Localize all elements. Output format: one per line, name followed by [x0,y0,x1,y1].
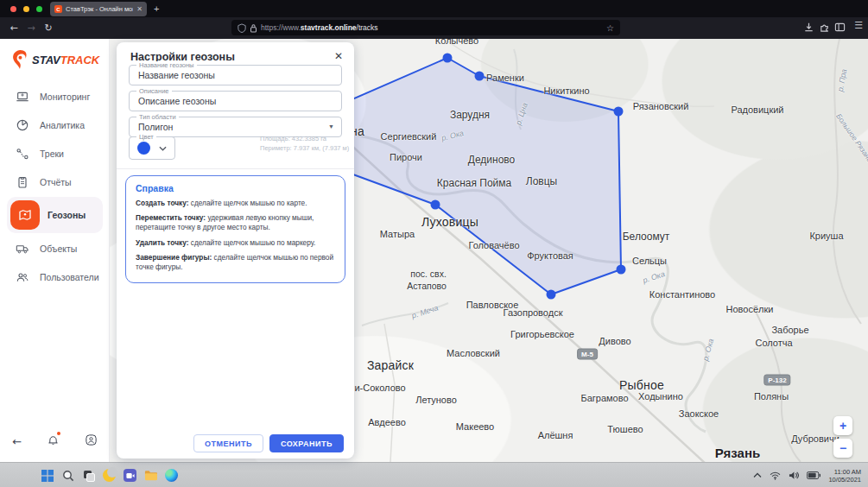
file-explorer-icon[interactable] [143,468,158,483]
tab-close-icon[interactable]: ✕ [136,5,143,13]
notification-dot [57,432,60,435]
map-zoom-controls: + − [833,416,852,458]
sidebar-item-label: Отчёты [40,177,72,187]
shield-icon[interactable] [238,23,246,33]
edge-browser-icon[interactable] [164,468,179,483]
geozone-description-field[interactable]: Описание Описание геозоны [129,91,342,111]
sidebar-item-users[interactable]: Пользователи [0,262,110,291]
extensions-puzzle-icon[interactable] [819,21,830,36]
lock-icon[interactable] [250,23,257,33]
window-zoom-button[interactable] [36,6,42,12]
polygon-vertex-handle[interactable] [547,290,556,300]
logo-pin-icon [10,49,29,70]
sidebar-item-label: Пользователи [40,272,99,282]
polygon-vertex-handle[interactable] [443,54,453,63]
road-r132-path [753,307,801,462]
polygon-vertex-handle[interactable] [431,200,440,210]
sidebar-item-analytics[interactable]: Аналитика [0,111,110,139]
route-icon [16,147,29,161]
browser-tab-bar: С СтавТрэк - Онлайн мониторин ✕ + [0,0,868,17]
sidebar-item-objects[interactable]: Объекты [0,234,110,262]
screen: С СтавТрэк - Онлайн мониторин ✕ + ← → ↻ … [0,0,868,487]
zoom-in-button[interactable]: + [833,416,852,435]
windows-taskbar: 11:00 AM 10/05/2021 [0,462,868,487]
road-path [384,324,395,462]
clock-time: 11:00 AM [828,468,861,476]
app-sidebar: STAVTRACK Мониторинг Аналитика Треки Отч… [0,39,110,462]
geozone-map-icon [10,200,40,230]
geozone-metrics: Площадь: 432.3385 га Периметр: 7.937 км,… [260,134,349,153]
truck-icon [16,242,29,256]
url-scheme: https://www. [261,23,301,32]
active-item-pill: Геозоны [7,197,103,233]
battery-icon[interactable] [807,471,820,479]
tab-title: СтавТрэк - Онлайн мониторин [66,5,133,13]
polygon-vertex-handle[interactable] [614,107,624,117]
zoom-out-button[interactable]: − [833,439,852,458]
chat-app-icon[interactable] [123,468,137,483]
color-swatch [137,142,150,155]
download-icon[interactable] [803,21,814,36]
divider [117,168,354,169]
geozone-name-field[interactable]: Название геозоны Название геозоны [129,65,342,85]
search-icon[interactable] [60,468,75,483]
sidebar-item-label: Аналитика [40,120,85,130]
monitor-icon [16,90,29,104]
menu-hamburger-icon[interactable]: ☰ [854,20,863,31]
collapse-arrow-icon[interactable]: ← [12,435,22,448]
notifications-bell-icon[interactable] [47,433,60,450]
help-instruction: Завершение фигуры: сделайте щелчок мышью… [136,253,335,272]
area-value: Площадь: 432.3385 га [260,134,349,143]
task-view-icon[interactable] [81,468,96,483]
sidebar-item-tracks[interactable]: Треки [0,139,110,168]
bookmark-star-icon[interactable]: ☆ [606,23,614,33]
browser-toolbar: ← → ↻ https://www.stavtrack.online/track… [0,17,868,39]
polygon-vertex-handle[interactable] [475,72,485,81]
save-button[interactable]: СОХРАНИТЬ [269,434,344,452]
cancel-button[interactable]: ОТМЕНИТЬ [193,434,263,452]
start-button-icon[interactable] [40,468,54,483]
polygon-vertex-handle[interactable] [617,265,626,275]
window-close-button[interactable] [10,6,16,12]
tab-favicon: С [54,5,62,13]
sidebar-footer: ← [0,433,110,450]
chevron-down-icon: ▼ [328,123,334,130]
back-icon[interactable]: ← [7,17,21,39]
clock-date: 10/05/2021 [828,476,861,484]
river-mecha-path [362,303,448,326]
wifi-icon[interactable] [770,471,781,480]
sidebar-item-label: Треки [40,149,64,159]
sidebar-item-monitoring[interactable]: Мониторинг [0,82,110,111]
sidebar-item-geozones[interactable]: Геозоны [0,196,110,234]
sidebar-item-reports[interactable]: Отчёты [0,168,110,196]
moon-app-icon[interactable] [102,468,117,483]
reload-icon[interactable]: ↻ [41,17,55,39]
new-tab-button[interactable]: + [154,2,159,16]
users-icon [16,270,29,284]
panel-footer-buttons: ОТМЕНИТЬ СОХРАНИТЬ [193,434,344,452]
sidebar-toggle-icon[interactable] [834,21,846,36]
chevron-down-icon [159,146,167,151]
url-text[interactable]: https://www.stavtrack.online/tracks [261,23,603,32]
url-host: stavtrack.online [301,23,357,32]
url-path: /tracks [357,23,378,32]
taskbar-clock[interactable]: 11:00 AM 10/05/2021 [828,468,861,484]
volume-icon[interactable] [789,471,799,480]
geozone-settings-panel: Настройки геозоны ✕ Название геозоны Наз… [117,42,354,459]
color-picker-field[interactable]: Цвет [129,136,175,160]
panel-close-icon[interactable]: ✕ [334,50,343,62]
field-value: Название геозоны [138,66,215,85]
logo-text-stav: STAV [32,54,60,66]
pie-chart-icon [16,118,29,132]
window-minimize-button[interactable] [23,6,29,12]
system-tray: 11:00 AM 10/05/2021 [753,463,861,487]
forward-icon[interactable]: → [24,17,38,39]
browser-tab[interactable]: С СтавТрэк - Онлайн мониторин ✕ [50,2,147,16]
logo-text-track: TRACK [60,54,100,66]
help-box: Справка Создать точку: сделайте щелчок м… [125,175,345,283]
field-value: Описание геозоны [138,92,216,111]
account-icon[interactable] [85,433,98,450]
url-bar[interactable]: https://www.stavtrack.online/tracks ☆ [231,20,620,35]
road-path [833,39,861,324]
tray-chevron-icon[interactable] [753,472,762,478]
